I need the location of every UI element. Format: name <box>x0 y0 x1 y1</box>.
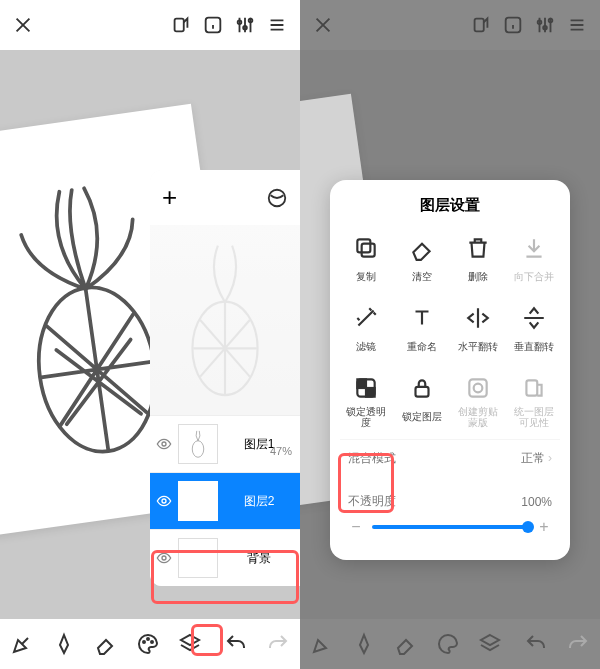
svg-rect-28 <box>526 380 537 395</box>
sliders-icon[interactable] <box>534 14 556 36</box>
svg-point-14 <box>151 641 153 643</box>
sliders-icon[interactable] <box>234 14 256 36</box>
undo-icon[interactable] <box>224 632 248 656</box>
color-sphere-icon[interactable] <box>266 187 288 209</box>
close-icon[interactable] <box>12 14 34 36</box>
blend-mode-value: 正常 <box>521 451 545 465</box>
eraser-tool-icon[interactable] <box>94 632 118 656</box>
svg-point-13 <box>147 638 149 640</box>
opacity-value: 100% <box>521 495 552 509</box>
eraser-tool-icon[interactable] <box>394 632 418 656</box>
svg-rect-26 <box>469 379 486 396</box>
brush-tool-icon[interactable] <box>352 632 376 656</box>
layers-panel: + 图层1 47% 图层2 <box>150 170 300 586</box>
filter-button[interactable]: 滤镜 <box>340 301 392 363</box>
opacity-decrease[interactable]: − <box>348 518 364 536</box>
layer-row-1[interactable]: 图层1 <box>150 415 300 472</box>
export-icon[interactable] <box>470 14 492 36</box>
pen-tool-icon[interactable] <box>310 632 334 656</box>
menu-icon[interactable] <box>266 14 288 36</box>
layers-vis-icon <box>521 375 547 401</box>
svg-point-27 <box>474 384 483 393</box>
menu-icon[interactable] <box>566 14 588 36</box>
merge-down-icon <box>521 235 547 261</box>
redo-icon[interactable] <box>266 632 290 656</box>
svg-point-9 <box>192 441 204 458</box>
redo-icon[interactable] <box>566 632 590 656</box>
svg-rect-21 <box>357 239 370 252</box>
add-layer-button[interactable]: + <box>162 182 177 213</box>
close-icon[interactable] <box>312 14 334 36</box>
svg-rect-0 <box>175 19 184 32</box>
flip-h-icon <box>465 305 491 331</box>
rename-button[interactable]: 重命名 <box>396 301 448 363</box>
palette-icon[interactable] <box>136 632 160 656</box>
layer2-name: 图层2 <box>224 493 294 510</box>
layers-icon[interactable] <box>178 632 202 656</box>
copy-button[interactable]: 复制 <box>340 231 392 293</box>
highlight-lock-alpha <box>338 453 394 513</box>
panel-title: 图层设置 <box>340 196 560 215</box>
text-icon <box>409 305 435 331</box>
clear-button[interactable]: 清空 <box>396 231 448 293</box>
info-icon[interactable] <box>502 14 524 36</box>
opacity-slider[interactable] <box>372 525 528 529</box>
lock-alpha-button[interactable]: 锁定透明度 <box>340 371 392 433</box>
svg-point-11 <box>162 556 166 560</box>
layer1-opacity: 47% <box>270 445 292 457</box>
svg-rect-15 <box>475 19 484 32</box>
svg-rect-25 <box>416 387 429 397</box>
layer-row-2[interactable]: 图层2 <box>150 472 300 529</box>
merge-down-button: 向下合并 <box>508 231 560 293</box>
visibility-icon[interactable] <box>156 436 172 452</box>
delete-button[interactable]: 删除 <box>452 231 504 293</box>
clip-mask-icon <box>465 375 491 401</box>
svg-rect-23 <box>357 379 366 388</box>
checker-icon <box>353 375 379 401</box>
svg-rect-24 <box>366 388 375 397</box>
background-name: 背景 <box>224 550 294 567</box>
unify-visibility-button: 统一图层可见性 <box>508 371 560 433</box>
svg-point-10 <box>162 499 166 503</box>
layers-icon[interactable] <box>478 632 502 656</box>
wand-icon <box>353 305 379 331</box>
pen-tool-icon[interactable] <box>10 632 34 656</box>
info-icon[interactable] <box>202 14 224 36</box>
flip-v-icon <box>521 305 547 331</box>
lock-icon <box>409 375 435 401</box>
lock-layer-button[interactable]: 锁定图层 <box>396 371 448 433</box>
trash-icon <box>465 235 491 261</box>
flip-vertical-button[interactable]: 垂直翻转 <box>508 301 560 363</box>
copy-icon <box>353 235 379 261</box>
opacity-increase[interactable]: + <box>536 518 552 536</box>
flip-horizontal-button[interactable]: 水平翻转 <box>452 301 504 363</box>
layer-preview <box>150 225 300 415</box>
svg-rect-20 <box>362 244 375 257</box>
visibility-icon[interactable] <box>156 550 172 566</box>
chevron-right-icon: › <box>548 451 552 465</box>
eraser-icon <box>409 235 435 261</box>
svg-point-12 <box>143 641 145 643</box>
visibility-icon[interactable] <box>156 493 172 509</box>
layer-row-background[interactable]: 背景 <box>150 529 300 586</box>
palette-icon[interactable] <box>436 632 460 656</box>
svg-point-8 <box>162 442 166 446</box>
export-icon[interactable] <box>170 14 192 36</box>
clip-mask-button: 创建剪贴蒙版 <box>452 371 504 433</box>
undo-icon[interactable] <box>524 632 548 656</box>
brush-tool-icon[interactable] <box>52 632 76 656</box>
